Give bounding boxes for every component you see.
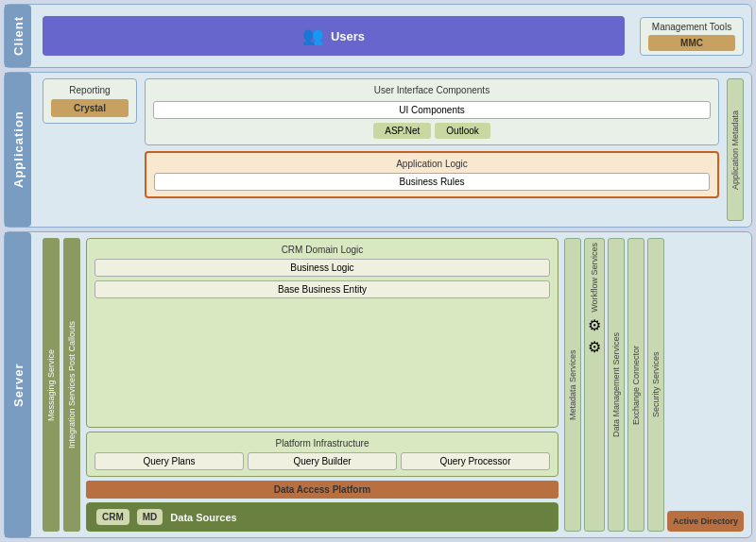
platform-title: Platform Infrastructure: [94, 438, 550, 449]
query-plans-item: Query Plans: [94, 452, 244, 470]
server-right-cols: Metadata Services Workflow Services ⚙ ⚙ …: [564, 238, 744, 532]
server-layer: Server Messaging Service Integration Ser…: [4, 231, 752, 538]
platform-row: Query Plans Query Builder Query Processo…: [94, 452, 550, 470]
ui-sub-row: ASP.Net Outlook: [153, 123, 711, 139]
server-layer-label: Server: [5, 232, 31, 537]
active-directory-box: Active Directory: [667, 511, 744, 532]
workflow-label: Workflow Services: [590, 243, 599, 313]
business-rules-box: Business Rules: [154, 173, 710, 191]
application-layer: Application Reporting Crystal User Inter…: [4, 72, 752, 228]
client-content: 👥 Users Management Tools MMC: [43, 16, 744, 56]
crm-domain-outer: CRM Domain Logic Business Logic Base Bus…: [86, 238, 558, 428]
integration-services-box: Integration Services Post Callouts: [63, 238, 80, 532]
metadata-services-col: Metadata Services: [564, 238, 581, 532]
workflow-icon2: ⚙: [588, 338, 601, 356]
exchange-col: Exchange Connector: [627, 238, 644, 532]
platform-outer: Platform Infrastructure Query Plans Quer…: [86, 432, 558, 477]
query-processor-item: Query Processor: [401, 452, 550, 470]
data-access-box: Data Access Platform: [86, 481, 558, 499]
aspnet-item: ASP.Net: [373, 123, 431, 139]
business-logic-row: Business Logic: [94, 259, 550, 277]
messaging-service-box: Messaging Service: [43, 238, 60, 532]
workflow-services-col: Workflow Services ⚙ ⚙: [584, 238, 605, 532]
crystal-box: Crystal: [51, 99, 129, 117]
crm-domain-title: CRM Domain Logic: [94, 245, 550, 255]
server-main: CRM Domain Logic Business Logic Base Bus…: [86, 238, 558, 532]
outlook-item: Outlook: [435, 123, 490, 139]
data-sources-box: CRM MD Data Sources: [86, 502, 558, 532]
reporting-box: Reporting Crystal: [43, 78, 137, 124]
mmc-box: MMC: [648, 35, 735, 51]
security-col: Security Services: [647, 238, 664, 532]
query-builder-item: Query Builder: [248, 452, 397, 470]
server-left-cols: Messaging Service Integration Services P…: [43, 238, 80, 532]
main-container: Client 👥 Users Management Tools MMC Appl…: [0, 0, 756, 542]
users-label: Users: [331, 29, 365, 43]
active-dir-col: Active Directory: [667, 238, 744, 532]
ui-components-outer: User Interface Components UI Components …: [145, 78, 719, 145]
workflow-icon: ⚙: [588, 316, 601, 334]
management-title: Management Tools: [648, 22, 735, 32]
application-content: Reporting Crystal User Interface Compone…: [43, 78, 744, 221]
client-layer-label: Client: [5, 5, 31, 67]
data-sources-label: Data Sources: [170, 512, 236, 523]
client-layer: Client 👥 Users Management Tools MMC: [4, 4, 752, 68]
app-logic-title: Application Logic: [154, 159, 710, 169]
application-layer-label: Application: [5, 73, 31, 227]
data-mgmt-col: Data Management Services: [608, 238, 625, 532]
crm-badge: CRM: [96, 509, 129, 525]
server-content: Messaging Service Integration Services P…: [43, 238, 744, 532]
users-box: 👥 Users: [43, 16, 625, 56]
base-entity-row: Base Business Entity: [94, 280, 550, 298]
ui-components-row: UI Components: [153, 101, 711, 119]
users-icon: 👥: [302, 25, 323, 46]
app-metadata-label: Application Metadata: [727, 78, 744, 221]
md-badge: MD: [137, 509, 163, 525]
ui-components-title: User Interface Components: [153, 85, 711, 95]
reporting-title: Reporting: [51, 85, 129, 95]
app-logic-outer: Application Logic Business Rules: [145, 151, 719, 198]
management-tools-box: Management Tools MMC: [640, 17, 744, 56]
